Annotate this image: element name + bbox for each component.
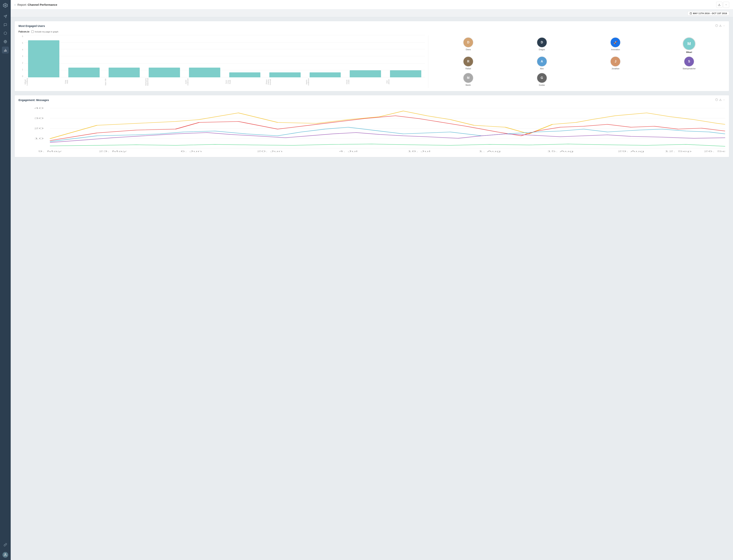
- y-label-5: 5: [19, 42, 23, 44]
- download-icon-2[interactable]: [719, 98, 722, 102]
- avatar-name: Mikael: [686, 51, 692, 53]
- svg-text:40: 40: [34, 107, 44, 109]
- bars-container: [24, 35, 425, 77]
- bar-x-label: Justin Andersen: [185, 78, 224, 86]
- engagement-messages-card: Engagement: Messages: [15, 95, 729, 157]
- svg-text:26. Sep: 26. Sep: [704, 150, 725, 152]
- avatar-item[interactable]: JJonathan: [579, 56, 652, 70]
- avatar-item[interactable]: RRafael: [432, 56, 504, 70]
- y-label-0: 0: [19, 75, 23, 77]
- datebar: MAY 11TH 2016 - OCT 1ST 2016: [11, 10, 733, 17]
- avatar-item[interactable]: AAlex: [506, 56, 578, 70]
- download-button[interactable]: [716, 2, 722, 8]
- bar: [189, 68, 220, 77]
- y-label-6: 6: [19, 35, 23, 37]
- avatar-item[interactable]: SStartupmatcher: [653, 56, 725, 70]
- bar: [390, 70, 421, 77]
- info-icon-2[interactable]: [715, 98, 718, 102]
- content-area: Most Engaged Users: [11, 17, 733, 560]
- sidebar-item-chat[interactable]: [2, 21, 9, 28]
- svg-text:29. Aug: 29. Aug: [618, 150, 644, 152]
- download-icon[interactable]: [719, 24, 722, 28]
- bar-item: [185, 35, 224, 77]
- avatar-item[interactable]: MMikael: [653, 37, 725, 53]
- svg-text:1. Aug: 1. Aug: [478, 150, 501, 152]
- bar-item: [386, 35, 425, 77]
- svg-text:4. Jul: 4. Jul: [339, 150, 358, 152]
- back-button[interactable]: ‹: [15, 3, 15, 6]
- bar: [269, 72, 301, 77]
- avatar-name: Dragos: [539, 49, 545, 51]
- engagement-title: Engagement: Messages: [19, 99, 49, 102]
- sidebar-item-globe[interactable]: [2, 38, 9, 45]
- chevron-down-icon[interactable]: [723, 24, 725, 28]
- avatar-name: Rafael: [465, 68, 471, 70]
- chevron-down-button[interactable]: [723, 2, 729, 8]
- page-title: Report: Channel Performance: [17, 3, 57, 6]
- chevron-down-icon-2[interactable]: [723, 99, 725, 102]
- bar: [109, 68, 140, 77]
- bar: [310, 72, 341, 77]
- bar-item: [105, 35, 144, 77]
- svg-text:20: 20: [34, 127, 44, 129]
- bar: [28, 40, 59, 77]
- bar: [68, 68, 100, 77]
- sidebar-item-chart[interactable]: [2, 47, 9, 53]
- card-header-engaged: Most Engaged Users: [19, 24, 725, 28]
- y-label-1: 1: [19, 69, 23, 71]
- bar: [350, 70, 381, 77]
- avatar-item[interactable]: 🚀Innovation: [579, 37, 652, 53]
- bar-item: [306, 35, 345, 77]
- avatar-item[interactable]: GGustav: [506, 73, 578, 86]
- svg-text:20. Jun: 20. Jun: [257, 150, 283, 152]
- bar-x-label: David André: [346, 78, 385, 86]
- bar-item: [145, 35, 184, 77]
- card-header-engagement: Engagement: Messages: [19, 98, 725, 102]
- include-page-label: Include my page in graph: [35, 31, 58, 33]
- most-engaged-card: Most Engaged Users: [15, 21, 729, 91]
- line-chart-container: 40 30 20 10 9. May 23.: [19, 104, 725, 154]
- user-avatars-area: DDianaDDragos🚀InnovationMMikaelRRafaelAA…: [428, 35, 725, 88]
- avatar-item[interactable]: DDiana: [432, 37, 504, 53]
- include-page-checkbox[interactable]: [31, 30, 34, 33]
- svg-rect-10: [690, 13, 692, 14]
- svg-text:15. Aug: 15. Aug: [547, 150, 573, 152]
- svg-text:6. Jun: 6. Jun: [181, 150, 202, 152]
- sidebar-item-cube[interactable]: [2, 30, 9, 37]
- avatar-item[interactable]: DDragos: [506, 37, 578, 53]
- sidebar-item-link[interactable]: [2, 541, 9, 548]
- svg-text:12. Sep: 12. Sep: [664, 150, 692, 152]
- y-label-3: 3: [19, 55, 23, 57]
- bar-item: [225, 35, 264, 77]
- y-label-2: 2: [19, 62, 23, 64]
- user-avatar[interactable]: [2, 552, 8, 558]
- y-label-4: 4: [19, 49, 23, 51]
- chart-section: 6 5 4 3 2 1 0: [19, 35, 725, 88]
- logo[interactable]: [2, 2, 8, 8]
- card-actions-engagement: [715, 98, 725, 102]
- bar-x-label: Mikael Lundberg: [24, 78, 63, 86]
- x-labels-row: Mikael LundbergGreg AkbaMarc KléStartupm…: [24, 77, 425, 86]
- line-chart-svg: 40 30 20 10 9. May 23.: [19, 104, 725, 154]
- avatar-item[interactable]: MMartin: [432, 73, 504, 86]
- sidebar: [0, 0, 11, 560]
- avatar-name: Jonathan: [612, 68, 619, 70]
- bar-item: [266, 35, 305, 77]
- svg-text:9. May: 9. May: [38, 150, 62, 152]
- bar-x-label: Greg Akba: [65, 78, 104, 86]
- topbar: ‹ Report: Channel Performance: [11, 0, 733, 10]
- bar-item: [24, 35, 63, 77]
- bar: [229, 72, 261, 77]
- bar-x-label: Marc Klé: [105, 78, 144, 86]
- avatar-name: Startupmatcher: [683, 68, 696, 70]
- main-content: ‹ Report: Channel Performance: [11, 0, 733, 560]
- falcon-label: Falcon.io: [19, 30, 29, 33]
- include-page-checkbox-label[interactable]: Include my page in graph: [31, 30, 58, 33]
- bar: [149, 68, 180, 77]
- sidebar-item-send[interactable]: [2, 13, 9, 20]
- svg-text:30: 30: [34, 117, 44, 119]
- falcon-row: Falcon.io Include my page in graph: [19, 30, 725, 33]
- avatar-grid: DDianaDDragos🚀InnovationMMikaelRRafaelAA…: [432, 35, 725, 88]
- date-range-selector[interactable]: MAY 11TH 2016 - OCT 1ST 2016: [688, 11, 729, 15]
- info-icon[interactable]: [715, 24, 718, 28]
